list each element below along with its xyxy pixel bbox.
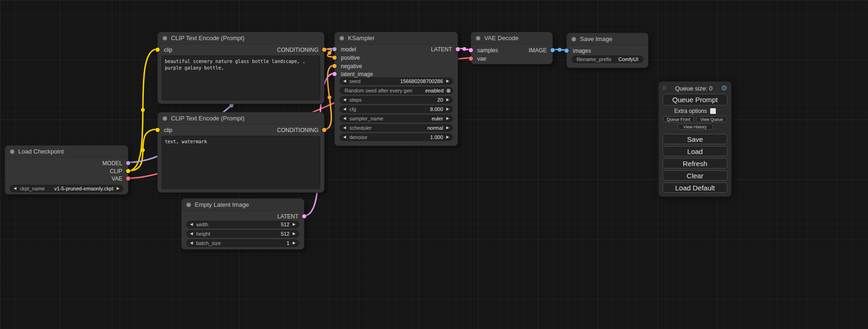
view-queue-button[interactable]: View Queue [696, 116, 727, 122]
widget-label: seed [349, 78, 360, 84]
images-input-dot[interactable] [565, 49, 569, 53]
increment-arrow-icon[interactable]: ▶ [289, 230, 299, 238]
random-seed-toggle-widget[interactable]: Random seed after every gen enabled [339, 87, 453, 94]
widget-value: euler [431, 116, 443, 121]
queue-prompt-button[interactable]: Queue Prompt [663, 94, 727, 105]
width-widget[interactable]: ◀ width 512 ▶ [186, 221, 299, 228]
increment-arrow-icon[interactable]: ▶ [443, 124, 452, 132]
widget-value: enabled [425, 88, 444, 93]
decrement-arrow-icon[interactable]: ◀ [10, 185, 20, 192]
node-title-bar[interactable]: KSampler [335, 32, 458, 44]
load-default-button[interactable]: Load Default [663, 182, 727, 193]
collapse-dot-icon[interactable] [339, 36, 344, 41]
collapse-dot-icon[interactable] [476, 36, 480, 41]
extra-options-checkbox[interactable] [710, 108, 716, 114]
filename-prefix-widget[interactable]: filename_prefix ComfyUI [572, 56, 643, 63]
save-button[interactable]: Save [663, 134, 727, 144]
clip-output-label: CLIP [110, 168, 122, 175]
clip-input-dot[interactable] [155, 48, 160, 52]
node-clip-text-encode-positive[interactable]: CLIP Text Encode (Prompt) clip CONDITION… [157, 32, 325, 104]
prompt-textarea[interactable]: text, watermark [162, 136, 320, 189]
graph-canvas[interactable]: Load Checkpoint MODEL CLIP VAE ◀ ckpt_na… [0, 0, 868, 329]
node-title-bar[interactable]: Empty Latent Image [182, 199, 304, 211]
collapse-dot-icon[interactable] [186, 203, 191, 207]
increment-arrow-icon[interactable]: ▶ [443, 105, 452, 113]
sampler-name-widget[interactable]: ◀ sampler_name euler ▶ [339, 115, 453, 122]
increment-arrow-icon[interactable]: ▶ [113, 185, 123, 192]
node-title-bar[interactable]: Save Image [567, 33, 648, 45]
increment-arrow-icon[interactable]: ▶ [443, 133, 452, 141]
decrement-arrow-icon[interactable]: ◀ [187, 230, 196, 238]
decrement-arrow-icon[interactable]: ◀ [340, 133, 349, 141]
model-input-dot[interactable] [332, 47, 337, 51]
model-output-dot[interactable] [126, 161, 130, 165]
vae-input-dot[interactable] [469, 56, 473, 61]
conditioning-output-label: CONDITIONING [277, 127, 318, 133]
collapse-dot-icon[interactable] [162, 116, 167, 121]
scheduler-widget[interactable]: ◀ scheduler normal ▶ [339, 124, 453, 132]
samples-input-dot[interactable] [469, 48, 473, 52]
node-clip-text-encode-negative[interactable]: CLIP Text Encode (Prompt) clip CONDITION… [157, 112, 325, 193]
latent-image-input-dot[interactable] [332, 72, 337, 76]
decrement-arrow-icon[interactable]: ◀ [340, 96, 349, 104]
increment-arrow-icon[interactable]: ▶ [289, 221, 299, 228]
positive-input-label: positive [341, 55, 360, 61]
settings-gear-icon[interactable]: ⚙ [721, 84, 727, 92]
node-title: VAE Decode [484, 35, 518, 42]
negative-input-dot[interactable] [332, 64, 337, 68]
height-widget[interactable]: ◀ height 512 ▶ [186, 230, 299, 238]
cfg-widget[interactable]: ◀ cfg 8.000 ▶ [339, 105, 453, 113]
decrement-arrow-icon[interactable]: ◀ [340, 124, 349, 132]
decrement-arrow-icon[interactable]: ◀ [340, 77, 349, 85]
conditioning-output-dot[interactable] [322, 48, 326, 52]
node-ksampler[interactable]: KSampler model LATENT positive negative … [334, 32, 458, 146]
widget-label: cfg [349, 106, 356, 112]
decrement-arrow-icon[interactable]: ◀ [187, 239, 196, 247]
denoise-widget[interactable]: ◀ denoise 1.000 ▶ [339, 133, 453, 141]
batch-size-widget[interactable]: ◀ batch_size 1 ▶ [186, 239, 299, 247]
increment-arrow-icon[interactable]: ▶ [443, 77, 452, 85]
menu-header: ⠿ Queue size: 0 ⚙ [663, 84, 727, 92]
node-save-image[interactable]: Save Image images filename_prefix ComfyU… [566, 33, 649, 68]
latent-output-dot[interactable] [456, 47, 460, 51]
node-title-bar[interactable]: VAE Decode [471, 32, 552, 44]
conditioning-output-dot[interactable] [322, 128, 326, 132]
node-vae-decode[interactable]: VAE Decode samples IMAGE vae [471, 32, 553, 64]
decrement-arrow-icon[interactable]: ◀ [187, 221, 196, 228]
ckpt-name-widget[interactable]: ◀ ckpt_name v1-5-pruned-emaonly.ckpt ▶ [10, 185, 123, 192]
node-empty-latent-image[interactable]: Empty Latent Image LATENT ◀ width 512 ▶ … [181, 198, 304, 250]
increment-arrow-icon[interactable]: ▶ [443, 96, 452, 104]
extra-options-row: Extra options [659, 108, 731, 114]
decrement-arrow-icon[interactable]: ◀ [340, 115, 349, 122]
positive-input-dot[interactable] [332, 56, 337, 60]
drag-handle-icon[interactable]: ⠿ [663, 85, 666, 91]
increment-arrow-icon[interactable]: ▶ [289, 239, 299, 247]
clip-input-dot[interactable] [155, 128, 160, 132]
clip-output-dot[interactable] [126, 169, 130, 173]
steps-widget[interactable]: ◀ steps 20 ▶ [339, 96, 453, 104]
collapse-dot-icon[interactable] [572, 37, 576, 42]
seed-widget[interactable]: ◀ seed 156680208700286 ▶ [339, 77, 453, 85]
queue-front-button[interactable]: Queue Front [663, 116, 694, 122]
vae-output-dot[interactable] [126, 176, 130, 181]
node-load-checkpoint[interactable]: Load Checkpoint MODEL CLIP VAE ◀ ckpt_na… [5, 145, 128, 195]
extra-options-label: Extra options [674, 108, 707, 114]
node-title-bar[interactable]: Load Checkpoint [5, 146, 128, 158]
decrement-arrow-icon[interactable]: ◀ [340, 105, 349, 113]
widget-value: 1.000 [430, 134, 443, 140]
collapse-dot-icon[interactable] [162, 36, 167, 41]
prompt-textarea[interactable]: beautiful scenery nature glass bottle la… [162, 56, 320, 100]
load-button[interactable]: Load [663, 146, 727, 156]
view-history-button[interactable]: View History [677, 124, 713, 130]
widget-label: sampler_name [349, 116, 383, 121]
collapse-dot-icon[interactable] [10, 149, 14, 154]
image-output-dot[interactable] [550, 48, 555, 52]
clear-button[interactable]: Clear [663, 170, 727, 181]
toggle-knob[interactable] [446, 89, 451, 93]
negative-input-label: negative [341, 63, 362, 70]
latent-output-dot[interactable] [302, 214, 306, 218]
node-title-bar[interactable]: CLIP Text Encode (Prompt) [158, 32, 324, 44]
increment-arrow-icon[interactable]: ▶ [443, 115, 452, 122]
refresh-button[interactable]: Refresh [663, 158, 727, 168]
node-title-bar[interactable]: CLIP Text Encode (Prompt) [158, 112, 324, 125]
